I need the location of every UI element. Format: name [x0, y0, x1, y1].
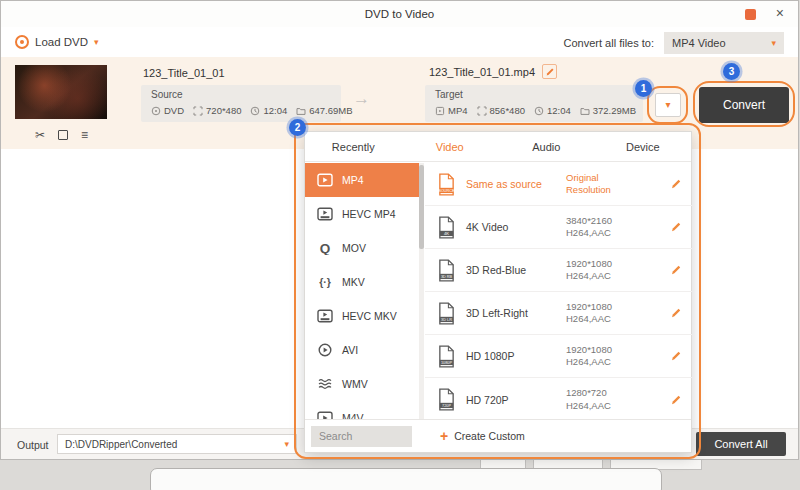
chevron-down-icon: ▾ [284, 440, 289, 449]
folder-icon [580, 106, 590, 116]
edit-preset-icon[interactable] [670, 350, 682, 362]
preset-specs: 3840*2160H264,AAC [566, 215, 644, 240]
preset-file-icon: 720P [437, 388, 456, 411]
preset-name: 4K Video [466, 221, 556, 233]
search-input[interactable]: Search [311, 426, 412, 447]
source-label: Source [151, 89, 183, 100]
annotation-badge-3: 3 [723, 63, 740, 80]
svg-text:SOURCE: SOURCE [438, 188, 455, 192]
svg-text:Q: Q [320, 241, 331, 255]
preset-same-as-source[interactable]: SOURCE Same as source Original Resolutio… [425, 163, 692, 206]
tab-audio[interactable]: Audio [498, 132, 595, 161]
format-dropdown-panel: Recently Video Audio Device MP4 HEVC MP4… [304, 131, 692, 453]
target-format-dropdown-button[interactable]: ▾ [655, 93, 681, 117]
mp4-format-icon [317, 173, 333, 187]
annotation-badge-2: 2 [289, 119, 306, 136]
edit-preset-icon[interactable] [670, 264, 682, 276]
format-category-tabs: Recently Video Audio Device [305, 132, 691, 162]
format-item-hevc-mkv[interactable]: HEVC MKV [305, 299, 419, 333]
effects-adjust-icon[interactable]: ≡ [81, 129, 88, 141]
format-item-avi[interactable]: AVI [305, 333, 419, 367]
format-item-mkv[interactable]: {·} MKV [305, 265, 419, 299]
load-dvd-label: Load DVD [35, 36, 88, 48]
output-path-select[interactable]: D:\DVDRipper\Converted ▾ [57, 434, 297, 454]
convert-all-files-label: Convert all files to: [564, 37, 654, 49]
target-size: 372.29MB [580, 105, 636, 116]
preset-3d-left-right[interactable]: 3D LR 3D Left-Right 1920*1080H264,AAC [425, 292, 692, 335]
preset-specs: Original Resolution [566, 172, 644, 197]
load-dvd-button[interactable]: Load DVD ▾ [15, 35, 99, 49]
chevron-down-icon: ▾ [665, 100, 670, 110]
edit-preset-icon[interactable] [670, 221, 682, 233]
tab-video[interactable]: Video [402, 132, 499, 161]
target-label: Target [435, 89, 463, 100]
video-file-icon [435, 106, 445, 116]
source-size: 647.69MB [296, 105, 352, 116]
tab-device[interactable]: Device [595, 132, 692, 161]
scrollbar-thumb[interactable] [419, 165, 424, 249]
preset-4k-video[interactable]: 4K 4K Video 3840*2160H264,AAC [425, 206, 692, 249]
convert-all-button[interactable]: Convert All [696, 432, 786, 456]
svg-text:{·}: {·} [319, 276, 331, 288]
disc-icon [151, 106, 161, 116]
svg-text:1080P: 1080P [441, 360, 452, 364]
preset-name: HD 1080P [466, 350, 556, 362]
format-item-hevc-mp4[interactable]: HEVC MP4 [305, 197, 419, 231]
create-custom-button[interactable]: + Create Custom [440, 429, 525, 443]
source-info-box: Source DVD 720*480 12:04 647.69MB [141, 85, 341, 122]
svg-text:3D RB: 3D RB [441, 274, 453, 278]
format-item-mov[interactable]: Q MOV [305, 231, 419, 265]
format-item-mp4[interactable]: MP4 [305, 163, 419, 197]
preset-specs: 1920*1080H264,AAC [566, 301, 644, 326]
format-item-m4v[interactable]: M4V [305, 401, 419, 421]
preset-name: 3D Red-Blue [466, 264, 556, 276]
convert-button[interactable]: Convert [699, 87, 789, 123]
target-info-box: Target MP4 856*480 12:04 372.29MB [425, 85, 643, 122]
plus-icon: + [440, 429, 448, 443]
target-filename: 123_Title_01_01.mp4 [429, 66, 535, 78]
format-list-scrollbar[interactable] [419, 163, 424, 421]
svg-text:4K: 4K [444, 230, 449, 235]
preset-hd-1080p[interactable]: 1080P HD 1080P 1920*1080H264,AAC [425, 335, 692, 378]
svg-text:720P: 720P [442, 404, 451, 408]
target-filename-row: 123_Title_01_01.mp4 [429, 64, 557, 79]
output-label: Output [17, 439, 49, 451]
format-label: MKV [342, 276, 365, 288]
crop-icon[interactable] [58, 130, 68, 140]
svg-text:3D LR: 3D LR [441, 317, 452, 321]
clock-icon [250, 106, 260, 116]
file-title: 123_Title_01_01 [143, 67, 225, 79]
preset-specs: 1920*1080H264,AAC [566, 344, 644, 369]
preset-3d-red-blue[interactable]: 3D RB 3D Red-Blue 1920*1080H264,AAC [425, 249, 692, 292]
dvd-disc-icon [15, 35, 29, 49]
source-format: DVD [151, 105, 184, 116]
tab-recently[interactable]: Recently [305, 132, 402, 161]
panel-bottom-bar: Search + Create Custom [305, 419, 691, 452]
format-label: HEVC MP4 [342, 208, 396, 220]
edit-preset-icon[interactable] [670, 394, 682, 406]
preset-specs: 1920*1080H264,AAC [566, 258, 644, 283]
source-duration: 12:04 [250, 105, 287, 116]
format-list: MP4 HEVC MP4 Q MOV {·} MKV HEVC MKV AVI [305, 163, 419, 421]
output-format-select[interactable]: MP4 Video ▾ [664, 32, 784, 54]
chevron-down-icon: ▾ [771, 39, 776, 48]
output-path-value: D:\DVDRipper\Converted [65, 439, 177, 450]
trim-scissors-icon[interactable]: ✂ [35, 129, 45, 141]
format-label: HEVC MKV [342, 310, 397, 322]
edit-preset-icon[interactable] [670, 307, 682, 319]
background-fragment [150, 468, 662, 490]
format-item-wmv[interactable]: WMV [305, 367, 419, 401]
preset-file-icon: SOURCE [437, 173, 456, 196]
create-custom-label: Create Custom [454, 430, 525, 442]
output-format-value: MP4 Video [672, 37, 726, 49]
folder-icon [296, 106, 306, 116]
preset-file-icon: 1080P [437, 345, 456, 368]
rename-edit-icon[interactable] [542, 64, 557, 79]
video-thumbnail[interactable] [15, 65, 107, 119]
close-icon[interactable]: × [776, 5, 784, 21]
minimize-icon[interactable] [745, 9, 756, 20]
avi-format-icon [317, 343, 333, 357]
preset-hd-720p[interactable]: 720P HD 720P 1280*720H264,AAC [425, 378, 692, 421]
target-resolution: 856*480 [477, 105, 525, 116]
edit-preset-icon[interactable] [670, 178, 682, 190]
